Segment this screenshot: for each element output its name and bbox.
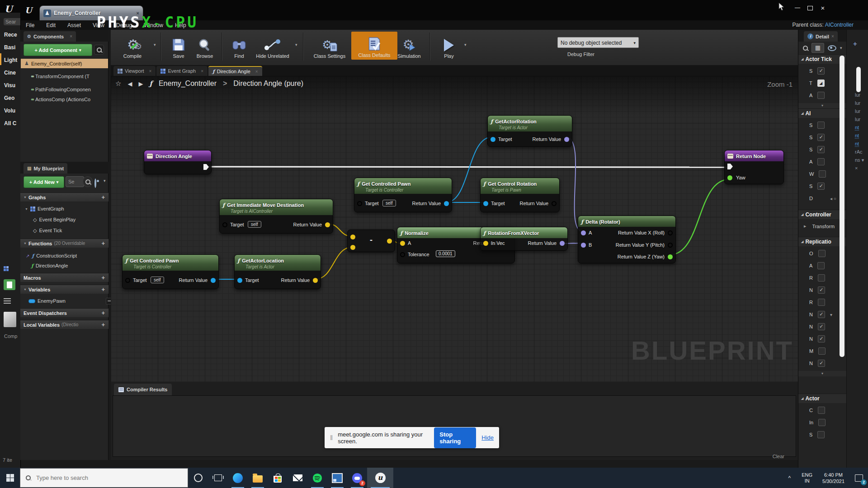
add-component-mini-icon[interactable]: + bbox=[853, 40, 868, 47]
checkbox[interactable] bbox=[817, 134, 825, 141]
tab-viewport[interactable]: Viewport× bbox=[113, 66, 156, 76]
my-blueprint-search-button[interactable] bbox=[83, 176, 93, 187]
place-actors-category[interactable]: Volu bbox=[0, 108, 20, 114]
details-row[interactable]: In bbox=[798, 418, 846, 427]
details-row[interactable]: S bbox=[798, 430, 846, 440]
node-vector-subtract[interactable]: - bbox=[347, 230, 395, 252]
add-import-button[interactable] bbox=[4, 279, 20, 290]
node-rotation-from-xvector[interactable]: ƒRotationFromXVector In Vec Return Value bbox=[480, 227, 568, 251]
details-tab[interactable]: i Detail × bbox=[804, 31, 838, 42]
add-function-icon[interactable]: + bbox=[101, 240, 105, 247]
add-new-button[interactable]: + Add New▾ bbox=[24, 176, 64, 188]
checkbox[interactable] bbox=[818, 311, 825, 318]
find-button[interactable]: Find bbox=[227, 33, 251, 59]
target-pin[interactable] bbox=[125, 278, 130, 283]
compile-button[interactable]: ⚙⚙✔ Compile bbox=[114, 33, 151, 59]
return-value-pin[interactable] bbox=[313, 278, 318, 283]
parent-class-link[interactable]: AIController bbox=[825, 22, 854, 28]
return-z-pin[interactable] bbox=[668, 254, 673, 259]
property-matrix-icon[interactable]: ▦ bbox=[811, 43, 824, 53]
hide-button[interactable]: Hide bbox=[481, 434, 494, 441]
component-row[interactable]: PathFollowingComponen bbox=[21, 84, 108, 94]
language-indicator[interactable]: ENGIN bbox=[797, 472, 817, 484]
breadcrumb-root[interactable]: Enemy_Controller bbox=[159, 80, 217, 88]
nav-back-icon[interactable]: ◀ bbox=[127, 80, 132, 87]
tab-close-icon[interactable]: × bbox=[201, 69, 203, 74]
return-value-pin[interactable] bbox=[325, 222, 330, 227]
mail-button[interactable] bbox=[288, 468, 307, 488]
action-center-button[interactable]: 2 bbox=[850, 468, 868, 488]
compile-dropdown-icon[interactable]: ▾ bbox=[154, 42, 156, 47]
graphs-section-header[interactable]: ▼Graphs + bbox=[20, 192, 108, 202]
microsoft-store-button[interactable] bbox=[268, 468, 288, 488]
spotify-button[interactable] bbox=[307, 468, 327, 488]
taskbar-search-input[interactable] bbox=[35, 474, 164, 482]
clear-button[interactable]: Clear bbox=[773, 454, 784, 459]
simulation-button[interactable]: ⚙ Simulation bbox=[393, 33, 425, 59]
components-tab-close-icon[interactable]: × bbox=[70, 34, 72, 39]
details-row[interactable]: C bbox=[798, 405, 846, 415]
menu-item[interactable]: Asset bbox=[67, 22, 81, 28]
construction-script-row[interactable]: ↗ƒ ConstructionScript bbox=[20, 251, 114, 260]
details-tab-close-icon[interactable]: × bbox=[831, 34, 834, 39]
place-actors-category[interactable]: Light bbox=[0, 57, 20, 63]
node-get-controlled-pawn-bottom[interactable]: ƒGet Controlled PawnTarget is Controller… bbox=[122, 254, 219, 289]
close-button[interactable]: × bbox=[817, 4, 828, 12]
place-actors-category[interactable]: All C bbox=[0, 120, 20, 127]
checkbox[interactable] bbox=[817, 122, 825, 129]
stop-sharing-button[interactable]: Stop sharing bbox=[434, 427, 476, 448]
checkbox[interactable] bbox=[818, 286, 825, 294]
a-pin[interactable] bbox=[581, 230, 586, 235]
target-pin[interactable] bbox=[222, 222, 227, 227]
add-graph-icon[interactable]: + bbox=[101, 194, 105, 201]
filter-dropdown-icon[interactable]: ▾ bbox=[104, 178, 106, 183]
output-pin[interactable] bbox=[387, 239, 392, 244]
checkbox[interactable] bbox=[818, 347, 826, 355]
input-a-pin[interactable] bbox=[350, 235, 355, 239]
place-actors-category[interactable]: Visu bbox=[0, 82, 20, 89]
clock[interactable]: 6:40 PM5/30/2021 bbox=[817, 472, 850, 484]
photos-app-button[interactable] bbox=[327, 468, 347, 488]
exec-out-pin[interactable] bbox=[203, 164, 209, 170]
add-macro-icon[interactable]: + bbox=[101, 274, 105, 281]
input-b-pin[interactable] bbox=[350, 245, 355, 250]
macros-section-header[interactable]: Macros + bbox=[20, 273, 108, 282]
checkbox[interactable] bbox=[818, 299, 825, 306]
target-pin[interactable] bbox=[237, 278, 242, 283]
asset-thumbnail[interactable] bbox=[4, 312, 20, 327]
minimize-button[interactable]: — bbox=[792, 5, 803, 11]
add-variable-icon[interactable]: + bbox=[101, 286, 105, 293]
self-literal[interactable]: self bbox=[248, 221, 261, 228]
self-literal[interactable]: self bbox=[382, 200, 396, 206]
section-actor[interactable]: ◢Actor bbox=[798, 394, 846, 403]
add-dispatcher-icon[interactable]: + bbox=[101, 310, 105, 316]
node-get-actor-location[interactable]: ƒGetActorLocationTarget is Actor Target … bbox=[234, 254, 321, 289]
place-actors-search[interactable]: Sear bbox=[4, 18, 21, 25]
strip-scrollbar[interactable] bbox=[856, 67, 861, 92]
in-vec-pin[interactable] bbox=[483, 241, 488, 246]
checkbox[interactable] bbox=[818, 250, 826, 257]
checkbox[interactable] bbox=[818, 407, 825, 414]
return-value-pin[interactable] bbox=[560, 241, 565, 246]
cortana-button[interactable] bbox=[188, 468, 208, 488]
my-blueprint-tab[interactable]: ▤ My Blueprint bbox=[24, 163, 67, 174]
place-actors-category[interactable]: Rece bbox=[0, 32, 20, 38]
event-tick-row[interactable]: ◇ Event Tick bbox=[20, 226, 121, 235]
play-dropdown-icon[interactable]: ▾ bbox=[464, 42, 467, 47]
visibility-filter-icon[interactable] bbox=[94, 179, 96, 188]
unreal-engine-button[interactable]: u bbox=[367, 468, 393, 488]
target-pin[interactable] bbox=[483, 201, 488, 206]
checkbox[interactable] bbox=[818, 274, 825, 282]
hide-unrelated-button[interactable]: Hide Unrelated bbox=[252, 33, 293, 59]
blueprint-canvas[interactable]: ☆ ◀ ▶ ƒ Enemy_Controller > Direction Ang… bbox=[111, 76, 798, 382]
component-row[interactable]: Enemy_Controller(self) bbox=[21, 59, 108, 68]
tab-event-graph[interactable]: Event Graph× bbox=[156, 66, 208, 76]
menu-item[interactable]: File bbox=[26, 22, 34, 28]
details-row[interactable]: N bbox=[798, 358, 846, 368]
checkbox[interactable] bbox=[817, 92, 825, 99]
exec-in-pin[interactable] bbox=[727, 164, 733, 169]
list-view-icon[interactable] bbox=[4, 298, 20, 304]
functions-section-header[interactable]: ▼Functions (20 Overridable + bbox=[20, 239, 108, 248]
checkbox[interactable] bbox=[817, 146, 825, 153]
a-pin[interactable] bbox=[400, 241, 405, 246]
